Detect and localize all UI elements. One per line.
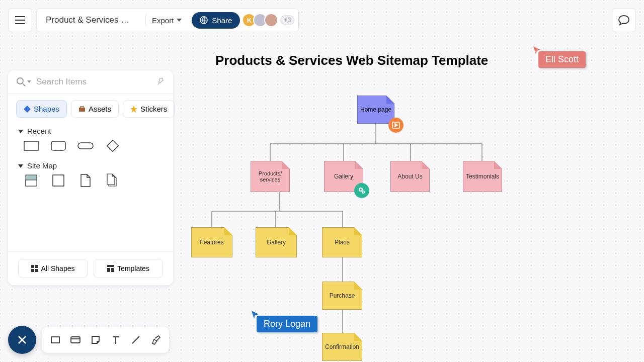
export-label: Export — [152, 16, 174, 25]
section-header-sitemap[interactable]: Site Map — [18, 161, 163, 170]
svg-point-16 — [362, 191, 364, 193]
shape-rounded-rect[interactable] — [50, 140, 66, 151]
node-label: Gallery — [334, 173, 353, 180]
chat-button[interactable] — [612, 8, 636, 32]
section-header-recent[interactable]: Recent — [18, 127, 163, 135]
section-recent: Recent — [8, 122, 173, 156]
shapes-recent — [18, 140, 163, 151]
svg-rect-40 — [107, 268, 110, 272]
node-label: Home page — [360, 106, 391, 113]
node-label: About Us — [397, 173, 422, 180]
node-label: Plans — [335, 239, 350, 246]
settings-badge-icon — [354, 183, 369, 198]
button-label: All Shapes — [41, 264, 75, 273]
tab-label: Shapes — [34, 105, 59, 113]
top-bar: Product & Services Web... Export Share K… — [8, 8, 299, 32]
node-purchase[interactable]: Purchase — [322, 282, 362, 310]
document-title[interactable]: Product & Services Web... — [41, 15, 141, 25]
svg-marker-26 — [18, 130, 23, 133]
node-plans[interactable]: Plans — [322, 227, 362, 257]
shapes-sitemap — [18, 175, 163, 186]
shape-document[interactable] — [77, 175, 94, 186]
node-testimonials[interactable]: Testimonials — [463, 161, 502, 192]
svg-rect-29 — [78, 143, 93, 149]
briefcase-icon — [78, 106, 86, 113]
svg-rect-43 — [71, 337, 80, 343]
tool-highlighter[interactable] — [147, 331, 165, 349]
shape-documents[interactable] — [105, 175, 121, 186]
node-label: Confirmation — [325, 343, 359, 350]
node-home[interactable]: Home page — [357, 96, 394, 124]
node-label: Features — [200, 239, 223, 246]
tab-label: Stickers — [140, 105, 167, 113]
all-shapes-button[interactable]: All Shapes — [18, 259, 88, 278]
svg-rect-24 — [80, 107, 84, 108]
tab-shapes[interactable]: Shapes — [16, 100, 67, 118]
tool-line[interactable] — [127, 331, 145, 349]
diagram-title: Products & Services Web Sitemap Template — [215, 53, 488, 68]
tab-stickers[interactable]: Stickers — [123, 100, 175, 118]
shape-rect[interactable] — [23, 140, 39, 151]
svg-rect-22 — [24, 106, 31, 113]
svg-marker-18 — [252, 311, 259, 319]
close-fab-button[interactable] — [8, 326, 36, 354]
share-label: Share — [212, 16, 232, 25]
layout-icon — [107, 265, 114, 272]
tool-sticky[interactable] — [87, 331, 105, 349]
shape-diamond[interactable] — [105, 140, 121, 151]
node-confirmation[interactable]: Confirmation — [322, 333, 362, 361]
svg-point-15 — [359, 188, 362, 191]
avatar-more-count[interactable]: +3 — [280, 15, 294, 25]
tool-rectangle[interactable] — [46, 331, 64, 349]
shape-page-filled[interactable] — [23, 175, 39, 186]
search-input[interactable] — [36, 77, 156, 87]
node-gallery2[interactable]: Gallery — [256, 227, 297, 257]
svg-marker-14 — [395, 124, 397, 127]
node-about[interactable]: About Us — [390, 161, 430, 192]
svg-rect-37 — [31, 269, 34, 272]
search-row — [8, 70, 173, 94]
hamburger-icon — [15, 16, 25, 24]
button-label: Templates — [117, 264, 149, 273]
shape-pill[interactable] — [77, 140, 94, 151]
templates-button[interactable]: Templates — [94, 259, 163, 278]
menu-button[interactable] — [8, 8, 32, 32]
section-sitemap: Site Map — [8, 156, 173, 191]
triangle-down-icon — [18, 163, 23, 168]
svg-rect-35 — [31, 265, 34, 268]
close-icon — [17, 335, 27, 345]
node-products[interactable]: Products/ services — [251, 161, 290, 192]
sidebar-tabs: Shapes Assets Stickers — [8, 94, 173, 122]
svg-rect-33 — [26, 180, 37, 186]
star-icon — [130, 106, 137, 113]
globe-icon — [200, 16, 208, 24]
svg-rect-38 — [35, 269, 38, 272]
pin-icon[interactable] — [156, 76, 165, 87]
tool-text[interactable] — [107, 331, 125, 349]
node-features[interactable]: Features — [191, 227, 232, 257]
avatar[interactable] — [264, 13, 278, 27]
svg-rect-39 — [107, 265, 114, 267]
svg-point-20 — [17, 78, 23, 84]
node-label: Gallery — [267, 239, 286, 246]
svg-rect-27 — [24, 141, 38, 150]
cursor-eli: Eli Scott — [538, 51, 586, 68]
node-label: Purchase — [330, 292, 355, 299]
section-label: Recent — [27, 127, 51, 135]
shape-page-outline[interactable] — [50, 175, 66, 186]
chevron-down-icon — [177, 19, 182, 22]
search-icon — [16, 77, 31, 87]
export-button[interactable]: Export — [145, 13, 188, 28]
cursor-label-text: Eli Scott — [538, 51, 586, 68]
collaborator-avatars[interactable]: K +3 — [245, 13, 294, 27]
tool-card[interactable] — [66, 331, 85, 349]
node-label: Testimonials — [466, 173, 499, 180]
document-controls: Product & Services Web... Export Share K… — [36, 8, 299, 32]
svg-marker-25 — [130, 106, 137, 113]
chat-icon — [618, 15, 630, 26]
sidebar-footer: All Shapes Templates — [8, 251, 173, 285]
tab-assets[interactable]: Assets — [71, 100, 119, 118]
svg-rect-36 — [35, 265, 38, 268]
svg-rect-30 — [107, 140, 119, 152]
share-button[interactable]: Share — [192, 12, 240, 29]
